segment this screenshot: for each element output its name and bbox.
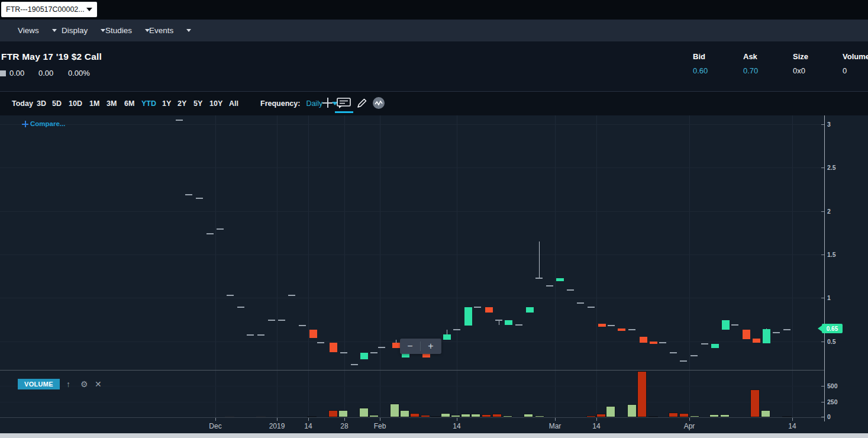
frequency-label: Frequency:	[260, 99, 300, 108]
chevron-down-icon	[186, 29, 191, 32]
symbol-selector-dropdown[interactable]: FTR---190517C00002...	[1, 2, 97, 17]
menu-studies[interactable]: Studies	[105, 20, 150, 41]
compare-button[interactable]: Compare...	[22, 120, 65, 127]
menu-display[interactable]: Display	[62, 20, 105, 41]
compare-label: Compare...	[30, 120, 65, 127]
menu-views-label: Views	[18, 26, 39, 35]
zoom-out-button[interactable]: −	[400, 339, 420, 354]
volume-panel-button[interactable]: VOLUME	[18, 379, 60, 389]
bottom-scrollbar-strip[interactable]	[0, 433, 868, 438]
change-row: 0.00 0.00 0.00%	[0, 69, 90, 78]
symbol-selector-value: FTR---190517C00002...	[6, 5, 85, 14]
ask-label: Ask	[743, 52, 757, 61]
ask-value: 0.70	[743, 66, 758, 75]
top-strip	[0, 0, 868, 20]
gear-icon[interactable]: ⚙	[80, 379, 88, 389]
chart-style-icon[interactable]	[373, 97, 385, 109]
range-button-3m[interactable]: 3M	[107, 99, 117, 108]
last-price: 0.00	[9, 69, 38, 78]
chevron-down-icon	[52, 29, 57, 32]
bid-label: Bid	[693, 52, 705, 61]
add-study-icon[interactable]	[322, 98, 333, 108]
menu-events-label: Events	[149, 26, 173, 35]
range-button-today[interactable]: Today	[12, 99, 33, 108]
chart-toolbar: Today3D5D10D1M3M6MYTD1Y2Y5Y10YAll Freque…	[0, 91, 868, 116]
range-button-all[interactable]: All	[229, 99, 238, 108]
active-tool-underline	[335, 111, 353, 113]
instrument-title: FTR May 17 '19 $2 Call	[1, 51, 102, 62]
volume-panel-header: VOLUME	[18, 379, 60, 389]
panel-divider[interactable]	[0, 370, 824, 371]
current-price-tag: 0.65	[822, 324, 843, 333]
range-button-10y[interactable]: 10Y	[209, 99, 222, 108]
range-button-10d[interactable]: 10D	[69, 99, 82, 108]
annotation-icon[interactable]	[337, 98, 351, 111]
draw-pencil-icon[interactable]	[356, 97, 368, 111]
plus-icon	[22, 121, 28, 127]
bid-value: 0.60	[693, 66, 708, 75]
range-button-5y[interactable]: 5Y	[193, 99, 202, 108]
size-label: Size	[793, 52, 808, 61]
frequency-value: Daily	[306, 99, 322, 108]
menu-views[interactable]: Views	[18, 20, 57, 41]
menu-studies-label: Studies	[105, 26, 132, 35]
range-button-2y[interactable]: 2Y	[178, 99, 186, 108]
range-button-6m[interactable]: 6M	[124, 99, 134, 108]
range-button-5d[interactable]: 5D	[52, 99, 62, 108]
menu-display-label: Display	[62, 26, 88, 35]
move-panel-up-icon[interactable]: ↑	[66, 379, 70, 389]
close-icon[interactable]: ✕	[95, 379, 102, 389]
volume-value: 0	[843, 66, 847, 75]
volume-label: Volume	[843, 52, 868, 61]
chart-area[interactable]	[0, 115, 868, 433]
size-value: 0x0	[793, 66, 805, 75]
zoom-in-button[interactable]: +	[421, 339, 441, 354]
range-button-3d[interactable]: 3D	[37, 99, 46, 108]
range-button-1y[interactable]: 1Y	[162, 99, 171, 108]
volume-baseline	[0, 417, 824, 418]
menu-events[interactable]: Events	[149, 20, 191, 41]
range-button-ytd[interactable]: YTD	[141, 99, 156, 108]
chevron-down-icon	[86, 8, 92, 11]
zoom-controls: − +	[400, 339, 441, 354]
instrument-header: FTR May 17 '19 $2 Call 0.00 0.00 0.00% B…	[0, 41, 868, 91]
change-percent: 0.00%	[68, 69, 90, 78]
checkbox-icon[interactable]	[0, 70, 6, 76]
change-value: 0.00	[38, 69, 68, 78]
menu-bar: Views Display Studies Events	[0, 20, 868, 41]
range-button-1m[interactable]: 1M	[89, 99, 99, 108]
price-axis-line	[824, 115, 825, 421]
